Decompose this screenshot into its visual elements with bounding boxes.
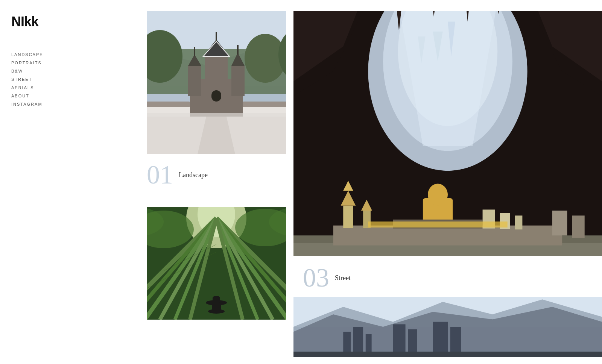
gallery-item-2 [147, 207, 286, 320]
svg-rect-25 [243, 102, 286, 107]
bamboo-image [147, 207, 286, 320]
cave-image-container[interactable] [293, 11, 602, 257]
svg-rect-18 [237, 45, 239, 55]
svg-rect-16 [231, 66, 245, 96]
center-column: 01 Landscape [87, 0, 293, 364]
nav-item-aerials[interactable]: AERIALS [11, 84, 75, 91]
castle-image [147, 11, 286, 154]
site-logo[interactable]: NIkk [11, 15, 75, 29]
svg-rect-96 [293, 352, 602, 357]
bamboo-image-container[interactable] [147, 207, 286, 320]
cave-image [293, 11, 602, 256]
svg-point-74 [428, 184, 448, 206]
main-content: 01 Landscape [87, 0, 602, 364]
nav-item-instagram[interactable]: INSTAGRAM [11, 101, 75, 108]
main-nav: LANDSCAPE PORTRAITS B&W STREET AERIALS A… [11, 51, 75, 108]
svg-rect-24 [147, 102, 190, 107]
nav-item-bw[interactable]: B&W [11, 68, 75, 74]
nav-item-about[interactable]: ABOUT [11, 93, 75, 99]
svg-rect-13 [188, 66, 201, 96]
landscape-bottom-container[interactable] [293, 297, 602, 357]
gallery-label-1: 01 Landscape [147, 154, 286, 192]
svg-rect-79 [368, 221, 507, 228]
svg-rect-68 [343, 206, 353, 228]
svg-rect-19 [205, 56, 228, 94]
right-title-street: Street [335, 274, 351, 282]
svg-rect-21 [216, 32, 217, 41]
nav-item-landscape[interactable]: LANDSCAPE [11, 51, 75, 58]
svg-rect-81 [572, 215, 585, 238]
landscape-bottom-image [293, 297, 602, 357]
svg-rect-47 [213, 296, 220, 303]
svg-rect-78 [515, 215, 523, 229]
svg-rect-26 [147, 113, 286, 154]
gallery-title-1: Landscape [179, 171, 208, 179]
svg-rect-80 [552, 211, 567, 235]
castle-image-container[interactable] [147, 11, 286, 154]
gallery-item-1: 01 Landscape [147, 11, 286, 192]
svg-rect-94 [433, 322, 448, 357]
gallery-number-1: 01 [147, 162, 173, 188]
svg-rect-15 [194, 47, 195, 56]
nav-item-street[interactable]: STREET [11, 76, 75, 83]
sidebar: NIkk LANDSCAPE PORTRAITS B&W STREET AERI… [0, 0, 87, 364]
right-label-street: 03 Street [293, 257, 602, 297]
right-column: 03 Street [293, 0, 602, 364]
svg-rect-22 [211, 90, 221, 102]
right-number-street: 03 [303, 265, 329, 291]
nav-item-portraits[interactable]: PORTRAITS [11, 59, 75, 66]
